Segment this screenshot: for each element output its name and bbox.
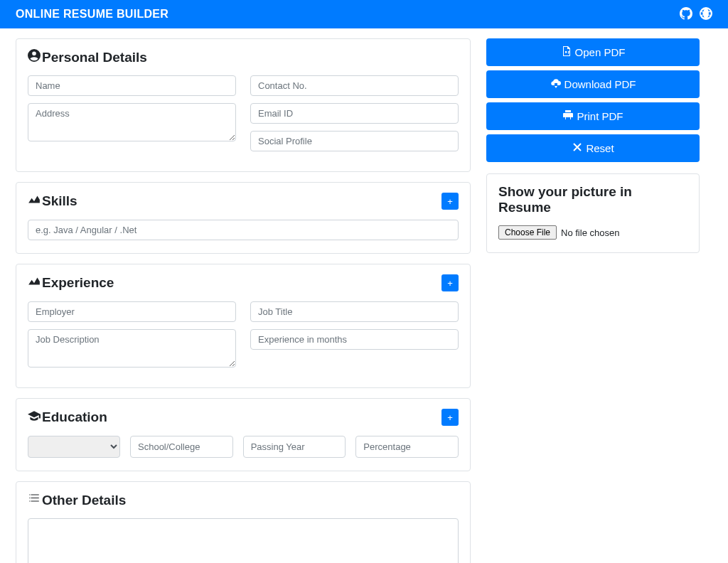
reset-label: Reset bbox=[586, 142, 614, 154]
personal-details-label: Personal Details bbox=[42, 50, 147, 65]
other-details-label: Other Details bbox=[42, 493, 126, 508]
job-description-input[interactable] bbox=[28, 329, 236, 368]
experience-label: Experience bbox=[42, 275, 114, 291]
add-education-button[interactable]: + bbox=[441, 409, 459, 426]
cloud-download-icon bbox=[550, 77, 562, 91]
other-details-input[interactable] bbox=[28, 518, 459, 563]
contact-input[interactable] bbox=[250, 75, 459, 96]
open-pdf-button[interactable]: Open PDF bbox=[486, 38, 700, 66]
user-circle-icon bbox=[28, 49, 41, 65]
choose-file-button[interactable]: Choose File bbox=[498, 225, 557, 240]
education-title: Education bbox=[28, 409, 107, 426]
other-details-title: Other Details bbox=[28, 492, 459, 508]
github-icon[interactable] bbox=[680, 7, 692, 22]
passing-year-input[interactable] bbox=[243, 436, 346, 458]
print-icon bbox=[562, 109, 574, 123]
name-input[interactable] bbox=[28, 75, 236, 96]
percentage-input[interactable] bbox=[355, 436, 459, 458]
experience-months-input[interactable] bbox=[250, 329, 459, 350]
download-pdf-button[interactable]: Download PDF bbox=[486, 70, 700, 98]
skills-title: Skills bbox=[28, 193, 77, 210]
education-label: Education bbox=[42, 409, 107, 425]
skills-label: Skills bbox=[42, 193, 77, 209]
job-title-input[interactable] bbox=[250, 301, 459, 322]
school-input[interactable] bbox=[130, 436, 233, 458]
app-title: ONLINE RESUME BUILDER bbox=[16, 8, 168, 21]
globe-icon[interactable] bbox=[700, 7, 712, 22]
graduation-cap-icon bbox=[28, 409, 41, 426]
open-pdf-label: Open PDF bbox=[575, 46, 626, 58]
add-experience-button[interactable]: + bbox=[441, 274, 459, 291]
print-pdf-label: Print PDF bbox=[577, 110, 623, 122]
experience-title: Experience bbox=[28, 275, 114, 291]
chart-line-icon bbox=[28, 275, 41, 291]
personal-details-card: Personal Details bbox=[16, 38, 471, 172]
picture-card: Show your picture in Resume Choose File … bbox=[486, 173, 700, 253]
social-input[interactable] bbox=[250, 131, 459, 151]
reset-button[interactable]: Reset bbox=[486, 134, 700, 162]
download-pdf-label: Download PDF bbox=[564, 78, 636, 90]
no-file-label: No file chosen bbox=[561, 227, 619, 238]
degree-select[interactable] bbox=[28, 436, 120, 458]
skill-input[interactable] bbox=[28, 220, 459, 240]
skills-card: Skills + bbox=[16, 182, 471, 254]
add-skill-button[interactable]: + bbox=[441, 193, 459, 210]
file-pdf-icon bbox=[561, 45, 572, 59]
picture-title: Show your picture in Resume bbox=[498, 184, 687, 215]
experience-card: Experience + bbox=[16, 264, 471, 388]
address-input[interactable] bbox=[28, 103, 236, 141]
top-navbar: ONLINE RESUME BUILDER bbox=[0, 0, 728, 28]
close-icon bbox=[572, 141, 583, 155]
other-details-card: Other Details bbox=[16, 481, 471, 563]
education-card: Education + bbox=[16, 398, 471, 471]
personal-details-title: Personal Details bbox=[28, 49, 459, 65]
email-input[interactable] bbox=[250, 103, 459, 124]
list-icon bbox=[28, 492, 41, 508]
chart-line-icon bbox=[28, 193, 41, 210]
print-pdf-button[interactable]: Print PDF bbox=[486, 102, 700, 130]
employer-input[interactable] bbox=[28, 301, 236, 322]
navbar-icons bbox=[680, 7, 712, 22]
